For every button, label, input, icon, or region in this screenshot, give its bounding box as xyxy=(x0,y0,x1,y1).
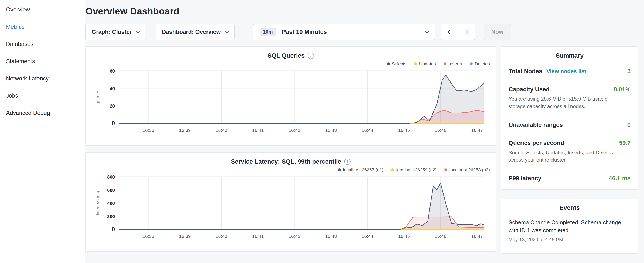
chart-header: SQL Queries i xyxy=(92,52,490,59)
chevron-down-icon xyxy=(136,29,140,33)
page-title: Overview Dashboard xyxy=(86,6,638,17)
right-column: Summary Total NodesView nodes list3Capac… xyxy=(501,46,638,254)
time-step-forward-button[interactable] xyxy=(458,24,475,40)
charts-column: SQL Queries i SelectsUpdatesInsertsDelet… xyxy=(86,46,496,251)
summary-value: 3 xyxy=(627,68,630,75)
time-step-buttons xyxy=(441,24,475,40)
summary-rows: Total NodesView nodes list3Capacity Used… xyxy=(508,62,630,187)
summary-row: Total NodesView nodes list3 xyxy=(508,62,630,80)
svg-text:16:47: 16:47 xyxy=(471,234,483,239)
summary-label: Queries per second xyxy=(508,140,564,146)
events-list: Schema Change Completed: Schema change w… xyxy=(508,214,630,248)
chevron-down-icon xyxy=(425,29,429,33)
svg-text:16:44: 16:44 xyxy=(362,234,373,239)
summary-label: P99 latency xyxy=(508,175,541,182)
chart-header: Service Latency: SQL, 99th percentile i xyxy=(92,158,490,165)
event-text: Schema Change Completed: Schema change w… xyxy=(508,218,630,234)
now-button[interactable]: Now xyxy=(484,24,511,40)
legend-item[interactable]: localhost:26258 (n3) xyxy=(444,167,490,173)
chart-title: Service Latency: SQL, 99th percentile xyxy=(231,158,341,165)
summary-row-main: P99 latency46.1 ms xyxy=(508,175,630,182)
summary-link[interactable]: View nodes list xyxy=(546,68,586,75)
service-latency-chart: 020040060080016:3816:3916:4016:4116:4216… xyxy=(92,173,490,243)
summary-title: Summary xyxy=(508,52,630,62)
svg-text:16:47: 16:47 xyxy=(471,128,483,133)
legend-label: Deletes xyxy=(475,61,490,66)
dashboard-body: SQL Queries i SelectsUpdatesInsertsDelet… xyxy=(86,46,638,254)
summary-panel: Summary Total NodesView nodes list3Capac… xyxy=(501,46,638,190)
chevron-left-icon xyxy=(447,30,451,34)
graph-scope-label: Graph: Cluster xyxy=(92,29,132,35)
chart-legend: localhost:26257 (n1)localhost:26259 (n2)… xyxy=(92,167,490,173)
legend-item[interactable]: Selects xyxy=(387,61,406,67)
graph-scope-dropdown[interactable]: Graph: Cluster xyxy=(86,24,146,40)
info-icon[interactable]: i xyxy=(344,158,350,165)
sidebar-nav: OverviewMetricsDatabasesStatementsNetwor… xyxy=(0,0,85,263)
svg-text:16:41: 16:41 xyxy=(252,128,264,133)
sidebar-item-metrics[interactable]: Metrics xyxy=(6,24,85,30)
svg-text:16:45: 16:45 xyxy=(398,128,410,133)
summary-description: Sum of Selects, Updates, Inserts, and De… xyxy=(508,149,621,164)
svg-text:16:38: 16:38 xyxy=(142,234,154,239)
summary-row-main: Unavailable ranges0 xyxy=(508,122,630,128)
svg-text:40: 40 xyxy=(110,86,115,91)
events-title: Events xyxy=(508,204,630,214)
chevron-right-icon xyxy=(464,30,468,34)
summary-value: 0.01% xyxy=(614,86,630,93)
svg-text:queries: queries xyxy=(95,90,100,105)
summary-label: Capacity Used xyxy=(508,86,550,93)
legend-dot-icon xyxy=(338,168,341,171)
sidebar-item-overview[interactable]: Overview xyxy=(6,7,85,13)
summary-row-main: Queries per second59.7 xyxy=(508,140,630,146)
svg-text:16:39: 16:39 xyxy=(179,128,191,133)
legend-dot-icon xyxy=(444,62,446,65)
sidebar-item-advanced-debug[interactable]: Advanced Debug xyxy=(6,110,85,116)
svg-text:latency (ms): latency (ms) xyxy=(95,191,100,215)
svg-text:200: 200 xyxy=(107,214,115,219)
summary-label: Total Nodes xyxy=(508,68,542,75)
chevron-down-icon xyxy=(225,29,229,33)
summary-value: 0 xyxy=(627,122,630,128)
sidebar-item-databases[interactable]: Databases xyxy=(6,41,85,48)
chart-legend: SelectsUpdatesInsertsDeletes xyxy=(92,61,490,67)
legend-item[interactable]: Updates xyxy=(414,61,436,67)
svg-text:60: 60 xyxy=(110,68,115,74)
summary-row: Unavailable ranges0 xyxy=(508,116,630,134)
dashboard-dropdown[interactable]: Dashboard: Overview xyxy=(156,24,234,40)
svg-text:16:38: 16:38 xyxy=(142,128,154,133)
svg-text:0: 0 xyxy=(112,120,115,127)
legend-item[interactable]: localhost:26257 (n1) xyxy=(338,167,383,173)
time-step-back-button[interactable] xyxy=(441,24,458,40)
svg-text:16:45: 16:45 xyxy=(398,234,410,239)
legend-label: localhost:26259 (n2) xyxy=(396,167,436,172)
legend-item[interactable]: Deletes xyxy=(470,61,490,67)
sidebar-item-statements[interactable]: Statements xyxy=(6,58,85,65)
legend-dot-icon xyxy=(387,62,390,65)
svg-text:16:40: 16:40 xyxy=(216,234,227,239)
summary-description: You are using 28.6 MiB of 515.9 GiB usab… xyxy=(508,95,621,110)
summary-row: Queries per second59.7Sum of Selects, Up… xyxy=(508,134,630,169)
sql-queries-chart-card: SQL Queries i SelectsUpdatesInsertsDelet… xyxy=(86,46,496,146)
svg-text:0: 0 xyxy=(112,226,115,232)
svg-text:16:43: 16:43 xyxy=(325,128,337,133)
summary-value: 46.1 ms xyxy=(609,175,630,182)
service-latency-chart-card: Service Latency: SQL, 99th percentile i … xyxy=(86,152,496,251)
legend-label: Updates xyxy=(419,61,436,66)
info-icon[interactable]: i xyxy=(308,53,314,59)
sidebar-item-network-latency[interactable]: Network Latency xyxy=(6,75,85,82)
summary-row-main: Capacity Used0.01% xyxy=(508,86,630,93)
legend-dot-icon xyxy=(470,62,473,65)
svg-text:400: 400 xyxy=(107,201,115,206)
time-range-badge: 10m xyxy=(260,28,276,36)
legend-item[interactable]: Inserts xyxy=(444,61,462,67)
dashboard-label: Dashboard: Overview xyxy=(162,29,221,35)
summary-label: Unavailable ranges xyxy=(508,122,563,128)
svg-text:16:43: 16:43 xyxy=(325,234,337,239)
svg-text:16:46: 16:46 xyxy=(435,234,446,239)
legend-label: localhost:26258 (n3) xyxy=(450,167,490,172)
sidebar-item-jobs[interactable]: Jobs xyxy=(6,93,85,99)
chart-title: SQL Queries xyxy=(268,52,305,59)
legend-item[interactable]: localhost:26259 (n2) xyxy=(391,167,436,173)
time-range-dropdown[interactable]: 10m Past 10 Minutes xyxy=(253,24,435,40)
app-root: OverviewMetricsDatabasesStatementsNetwor… xyxy=(0,0,644,263)
